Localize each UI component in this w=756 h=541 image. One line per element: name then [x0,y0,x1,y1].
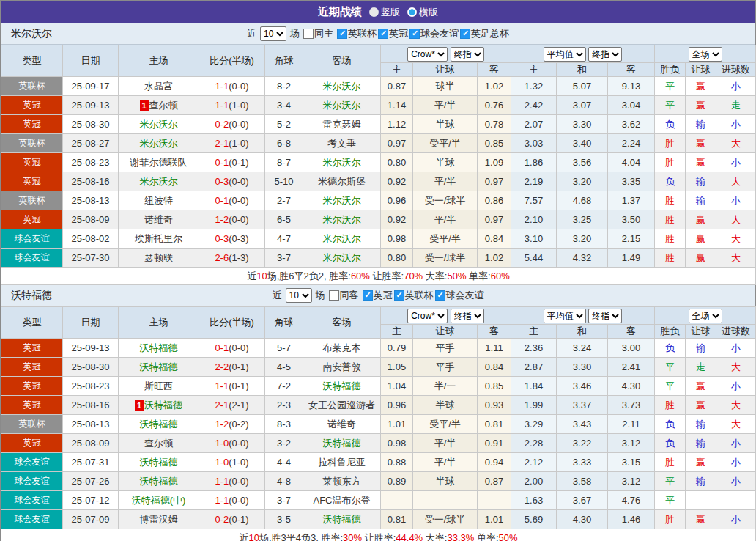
corner-cell: 3-7 [265,491,303,510]
corner-cell: 4-4 [265,453,303,472]
score-cell: 2-1(2-1) [199,396,265,415]
corner-cell: 2-3 [265,396,303,415]
scope-select[interactable]: 全场 [689,309,722,323]
league-checkbox[interactable] [378,29,388,39]
avg-stage-select[interactable]: 终指 [588,47,622,62]
league-filter[interactable]: 英联杯 [393,289,434,302]
odds-cell: 0.97 [478,172,511,191]
scope-select[interactable]: 全场 [689,47,722,62]
avg-odds-cell: 5.44 [511,249,557,268]
avg-odds-cell: 5.69 [511,510,557,529]
match-date: 25-09-17 [63,77,119,96]
team-link: 沃特福德 [323,380,361,391]
odds-cell: 0.92 [381,210,413,229]
section-controls: 沃特福德 近 10 场 同客 英冠英联杯球会友谊 [1,285,755,306]
near-label: 近 [273,289,282,302]
team-link: 纽波特 [144,195,173,206]
team-link: 米尔沃尔 [140,138,178,149]
summary-segment: 近 [239,532,248,541]
halftime-score: (0-0) [229,438,248,449]
avg-odds-cell: 3.40 [557,134,608,153]
odds-cell: 0.78 [478,115,511,134]
league-filter[interactable]: 球会友谊 [408,27,459,40]
result-cell: 大 [716,210,756,229]
team-link: 莱顿东方 [323,476,361,487]
avg-source-select[interactable]: 平均值 [544,47,586,62]
odds-company-select[interactable]: Crow* [407,309,448,323]
fulltime-score: 1-2 [215,419,229,430]
summary-segment: 场,胜6平2负2, 胜率: [267,270,351,281]
team-link: 米尔沃尔 [323,195,361,206]
league-filters: 英冠英联杯球会友谊 [361,289,484,302]
vertical-layout-radio[interactable] [369,7,379,17]
col-avg-draw: 和 [557,63,608,77]
corner-cell: 5-2 [265,115,303,134]
odds-stage-select[interactable]: 终指 [451,47,484,62]
league-checkbox[interactable] [337,29,347,39]
match-row: 球会友谊25-07-09博雷汉姆0-2(0-1)3-5沃特福德0.81受一/球半… [1,510,756,529]
col-odds-handicap: 让球 [413,325,478,339]
corner-cell: 4-8 [265,472,303,491]
match-row: 球会友谊25-08-02埃斯托里尔0-3(0-3)4-7米尔沃尔0.98受平/半… [1,229,756,249]
results-table: 类型 日期 主场 比分(半场) 角球 客场 Crow* 终指 平均值 终指 [1,306,756,541]
match-date: 25-08-23 [63,153,119,172]
corner-cell: 8-2 [265,77,303,96]
same-venue-filter[interactable]: 同客 [327,289,359,302]
away-team-cell: 米德尔斯堡 [303,172,381,191]
odds-cell: 0.98 [381,229,413,249]
result-cell: 赢 [686,153,716,172]
col-away: 客场 [303,307,381,339]
same-venue-checkbox[interactable] [303,29,314,39]
score-cell: 1-2(0-2) [199,415,265,434]
league-filter[interactable]: 英冠 [377,27,408,40]
result-cell: 赢 [686,210,716,229]
league-badge: 球会友谊 [1,491,63,510]
league-badge: 英冠 [1,339,63,358]
avg-odds-cell: 1.32 [511,77,557,96]
corner-cell: 5-10 [265,172,303,191]
team-link: 南安普敦 [323,361,361,372]
match-row: 英冠25-09-13沃特福德0-1(0-0)5-7布莱克本0.79平手1.112… [1,339,756,358]
odds-cell: 0.88 [381,453,413,472]
fulltime-score: 0-1 [215,195,229,206]
fulltime-score: 0-1 [215,342,229,353]
avg-odds-cell: 2.87 [511,358,557,377]
odds-cell: 0.94 [478,453,511,472]
col-type: 类型 [1,45,63,77]
league-badge: 英冠 [1,210,63,229]
odds-cell [478,491,511,510]
match-row: 英联杯25-08-13沃特福德1-2(0-2)8-3诺维奇1.01受平/半0.8… [1,415,756,434]
match-count-select[interactable]: 10 [260,26,286,41]
league-badge: 英联杯 [1,191,63,210]
odds-cell: 平/半 [413,210,478,229]
league-checkbox[interactable] [394,290,404,301]
match-count-select[interactable]: 10 [286,288,312,303]
odds-company-select[interactable]: Crow* [407,47,448,62]
col-avg-away: 客 [608,325,655,339]
league-filter[interactable]: 英联杯 [336,27,377,40]
odds-cell: 0.84 [478,229,511,249]
league-checkbox[interactable] [460,29,470,39]
league-filter[interactable]: 英冠 [361,289,393,302]
avg-odds-cell: 2.42 [511,96,557,115]
score-cell: 0-3(0-0) [199,172,265,191]
league-filter[interactable]: 球会友谊 [434,289,484,302]
odds-cell: 0.97 [478,210,511,229]
corner-cell: 5-7 [265,339,303,358]
avg-stage-select[interactable]: 终指 [588,309,622,323]
layout-option-vertical[interactable]: 竖版 [369,6,400,19]
avg-source-select[interactable]: 平均值 [544,309,586,323]
odds-stage-select[interactable]: 终指 [451,309,484,323]
team-link: 雷克瑟姆 [323,119,361,130]
league-checkbox[interactable] [363,290,373,301]
horizontal-layout-radio[interactable] [407,7,417,17]
same-venue-filter[interactable]: 同主 [302,27,333,40]
league-filter[interactable]: 英足总杯 [459,27,509,40]
league-checkbox[interactable] [435,290,445,301]
layout-option-horizontal[interactable]: 横版 [407,6,438,19]
avg-odds-cell: 9.13 [608,77,655,96]
avg-odds-cell: 3.00 [608,339,655,358]
same-venue-checkbox[interactable] [329,290,339,301]
league-filter-label: 英冠 [389,27,408,40]
league-checkbox[interactable] [410,29,420,39]
